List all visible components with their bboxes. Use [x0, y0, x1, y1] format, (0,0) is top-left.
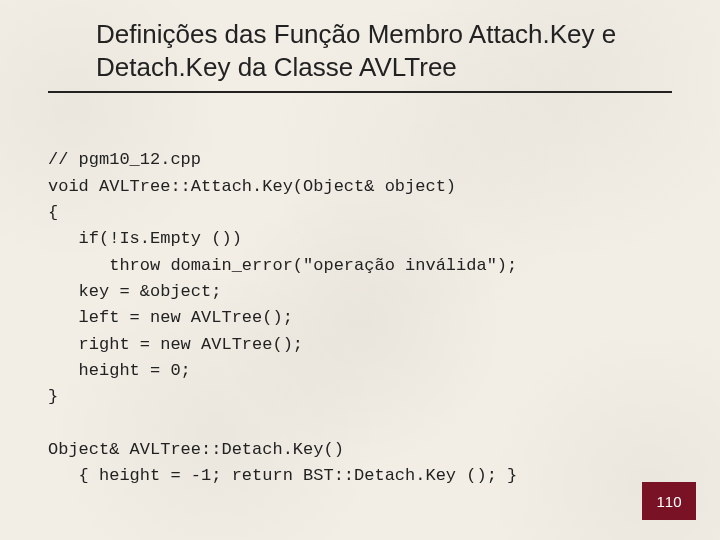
- code-line: if(!Is.Empty ()): [48, 229, 242, 248]
- code-block: // pgm10_12.cpp void AVLTree::Attach.Key…: [48, 121, 672, 490]
- slide: Definições das Função Membro Attach.Key …: [0, 0, 720, 540]
- code-line: }: [48, 387, 58, 406]
- code-line: left = new AVLTree();: [48, 308, 293, 327]
- code-line: // pgm10_12.cpp: [48, 150, 201, 169]
- code-line: right = new AVLTree();: [48, 335, 303, 354]
- slide-title: Definições das Função Membro Attach.Key …: [48, 18, 672, 93]
- code-line: throw domain_error("operação inválida");: [48, 256, 517, 275]
- page-number-badge: 110: [642, 482, 696, 520]
- code-line: key = &object;: [48, 282, 221, 301]
- code-line: { height = -1; return BST::Detach.Key ()…: [48, 466, 517, 485]
- code-line: void AVLTree::Attach.Key(Object& object): [48, 177, 456, 196]
- code-line: height = 0;: [48, 361, 191, 380]
- code-line: Object& AVLTree::Detach.Key(): [48, 440, 344, 459]
- code-line: {: [48, 203, 58, 222]
